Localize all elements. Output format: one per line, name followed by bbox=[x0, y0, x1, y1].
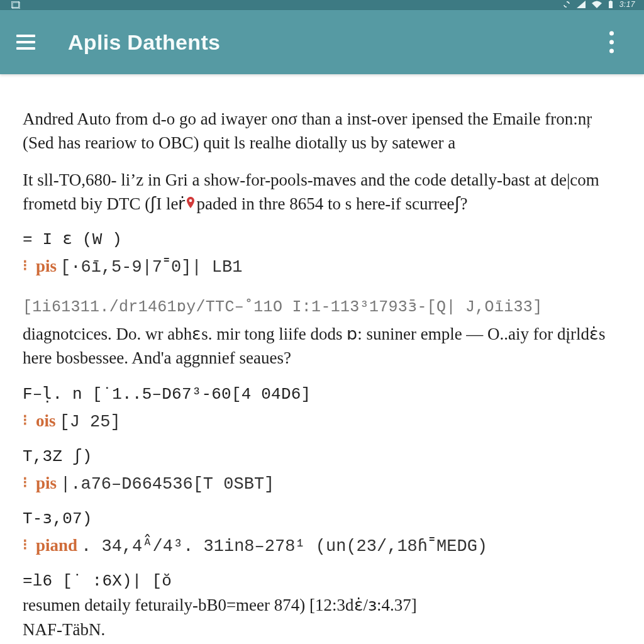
overflow-menu-button[interactable] bbox=[604, 26, 619, 58]
wifi-icon bbox=[592, 1, 602, 8]
paragraph-4b: NAF-TäbN. bbox=[23, 618, 621, 641]
page-title: Aplis Dathents bbox=[68, 30, 220, 55]
svg-rect-3 bbox=[609, 1, 611, 2]
bullet-body: [J 25] bbox=[60, 413, 121, 431]
code-line-t07: T-ɜ,07) bbox=[23, 508, 621, 531]
paragraph-2: It sll-TO,680- li’z in Gri a show-for-po… bbox=[23, 168, 621, 216]
code-thin-line: [1i61311./dr1461ɒy/TTC–˚11O I:1-113³1793… bbox=[23, 296, 621, 319]
paragraph-3: diagnotcices. Do. wr abhɛs. mir tong lii… bbox=[23, 322, 621, 370]
code-line-t3z: T,3Z ʃ) bbox=[23, 445, 621, 469]
signal-icon bbox=[577, 1, 586, 8]
battery-icon bbox=[608, 1, 613, 8]
location-pin-icon bbox=[186, 191, 195, 214]
content-area[interactable]: Andred Auto from d-o go ad iwayer onσ th… bbox=[0, 74, 644, 644]
bullet-keyword: ois bbox=[36, 411, 56, 430]
bullet-keyword: pis bbox=[36, 474, 57, 492]
bullet-body: . 34,4ᴬ̂/4³. 31in8–278¹ (un(23/,18ɦ˭MEDG… bbox=[81, 537, 487, 556]
bullet-row-1: ⁝ pis[·6ī,5-9|7˭0]| LB1 bbox=[23, 254, 621, 279]
paragraph-1: Andred Auto from d-o go ad iwayer onσ th… bbox=[23, 107, 621, 155]
code-line-eq1: = I ɛ (W ) bbox=[23, 228, 621, 252]
bullet-row-2: ⁝ ois[J 25] bbox=[23, 409, 621, 434]
svg-point-4 bbox=[189, 199, 192, 203]
bullet-row-3: ⁝ pis|.a76–D664536[T 0SBT] bbox=[23, 471, 621, 496]
paragraph-2b: paded in thre 8654 to s here-if scurreeʃ… bbox=[196, 194, 467, 213]
screenshot-icon bbox=[11, 1, 20, 9]
app-bar: Aplis Dathents bbox=[0, 10, 644, 74]
sync-icon bbox=[563, 1, 570, 8]
paragraph-4a: resumen detaily feturaily-bB0=meer 874) … bbox=[23, 593, 621, 617]
menu-icon[interactable] bbox=[16, 33, 35, 52]
status-clock: 3:17 bbox=[619, 0, 635, 9]
bullet-dots-icon: ⁝ bbox=[23, 258, 28, 273]
status-bar: 3:17 bbox=[0, 0, 644, 10]
bullet-body: |.a76–D664536[T 0SBT] bbox=[60, 475, 274, 494]
bullet-row-4: ⁝ piand. 34,4ᴬ̂/4³. 31in8–278¹ (un(23/,1… bbox=[23, 533, 621, 558]
bullet-dots-icon: ⁝ bbox=[23, 537, 28, 552]
code-line-fn: F–ḷ. n [˙1..5–D67³-60[4 04D6] bbox=[23, 383, 621, 406]
bullet-dots-icon: ⁝ bbox=[23, 475, 28, 490]
bullet-keyword: pis bbox=[36, 257, 57, 275]
bullet-keyword: piand bbox=[36, 536, 77, 555]
code-line-eq2: =l6 [˙ :6X)| [ŏ bbox=[23, 570, 621, 593]
svg-rect-2 bbox=[609, 1, 613, 8]
bullet-dots-icon: ⁝ bbox=[23, 413, 28, 428]
bullet-body: [·6ī,5-9|7˭0]| LB1 bbox=[60, 258, 242, 277]
